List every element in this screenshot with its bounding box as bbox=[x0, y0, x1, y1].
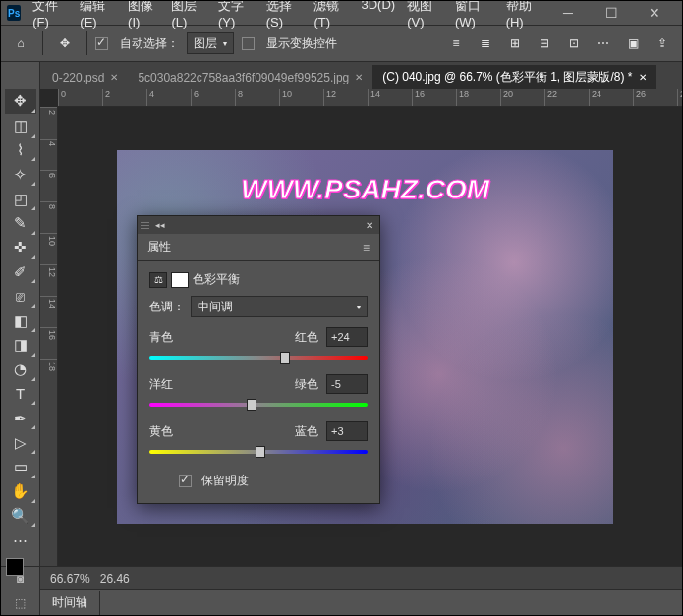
slider-label-left: 黄色 bbox=[149, 423, 189, 440]
zoom-level[interactable]: 66.67% bbox=[50, 572, 90, 586]
preserve-luminosity-checkbox[interactable] bbox=[179, 475, 192, 487]
slider-label-left: 洋红 bbox=[149, 376, 189, 393]
watermark-text: WWW.PSAHZ.COM bbox=[241, 174, 489, 205]
panel-tab-properties[interactable]: 属性 bbox=[147, 239, 171, 255]
app-logo: Ps bbox=[7, 5, 21, 21]
share-icon[interactable]: ⇪ bbox=[649, 29, 676, 57]
tone-select[interactable]: 中间调 ▾ bbox=[191, 296, 368, 317]
adjustment-header: ⚖ 色彩平衡 bbox=[149, 271, 368, 288]
tab-label: 0-220.psd bbox=[52, 71, 104, 84]
properties-panel: ◂◂ ✕ 属性 ≡ ⚖ 色彩平衡 色调： 中间调 ▾ 青色 红色 +24 洋红 bbox=[137, 215, 380, 504]
chevron-down-icon: ▾ bbox=[223, 39, 227, 48]
document-tab-active[interactable]: (C) 040.jpg @ 66.7% (色彩平衡 1, 图层蒙版/8) *✕ bbox=[372, 65, 655, 89]
type-tool[interactable]: T bbox=[5, 382, 36, 407]
edit-toolbar[interactable]: ⋯ bbox=[5, 528, 36, 552]
align-icon-1[interactable]: ≡ bbox=[442, 29, 470, 57]
align-icon-4[interactable]: ⊟ bbox=[531, 29, 558, 57]
zoom-tool[interactable]: 🔍 bbox=[5, 504, 36, 529]
healing-brush-tool[interactable]: ✜ bbox=[5, 236, 36, 260]
slider-value[interactable]: -5 bbox=[326, 374, 368, 394]
panel-collapse-icon[interactable]: ◂◂ bbox=[149, 220, 171, 230]
status-bar: 66.67% 26.46 bbox=[40, 566, 682, 589]
more-icon[interactable]: ⋯ bbox=[590, 29, 617, 57]
screen-mode-icon[interactable]: ⬚ bbox=[1, 591, 39, 616]
minimize-button[interactable]: ─ bbox=[546, 1, 590, 25]
eraser-tool[interactable]: ◧ bbox=[5, 308, 36, 333]
move-tool[interactable]: ✥ bbox=[5, 89, 36, 114]
slider-value[interactable]: +3 bbox=[326, 421, 368, 441]
menu-filter[interactable]: 滤镜(T) bbox=[310, 0, 353, 31]
auto-select-label: 自动选择： bbox=[120, 35, 179, 52]
slider-row-magenta-green: 洋红 绿色 -5 bbox=[149, 374, 368, 394]
menu-file[interactable]: 文件(F) bbox=[28, 0, 72, 31]
slider-yellow-blue[interactable] bbox=[149, 445, 368, 459]
adjustment-type-icon[interactable]: ⚖ bbox=[149, 272, 167, 288]
menu-edit[interactable]: 编辑(E) bbox=[76, 0, 120, 31]
slider-label-right: 绿色 bbox=[279, 376, 318, 393]
menu-3d[interactable]: 3D(D) bbox=[358, 0, 400, 31]
align-icon-2[interactable]: ≣ bbox=[472, 29, 499, 57]
menu-image[interactable]: 图像(I) bbox=[124, 0, 163, 31]
slider-label-right: 红色 bbox=[279, 329, 318, 346]
preserve-luminosity-label: 保留明度 bbox=[201, 473, 249, 489]
slider-label-left: 青色 bbox=[149, 329, 189, 346]
menu-view[interactable]: 视图(V) bbox=[403, 0, 447, 31]
pen-tool[interactable]: ✒ bbox=[5, 406, 36, 430]
align-icon-5[interactable]: ⊡ bbox=[560, 29, 588, 57]
menu-type[interactable]: 文字(Y) bbox=[214, 0, 258, 31]
home-icon[interactable]: ⌂ bbox=[7, 29, 34, 57]
crop-tool[interactable]: ◰ bbox=[5, 187, 36, 211]
hand-tool[interactable]: ✋ bbox=[5, 479, 36, 504]
adjustment-name: 色彩平衡 bbox=[193, 271, 240, 288]
timeline-tab[interactable]: 时间轴 bbox=[40, 591, 100, 615]
tone-label: 色调： bbox=[149, 299, 185, 315]
slider-cyan-red[interactable] bbox=[149, 351, 368, 364]
mask-icon[interactable] bbox=[171, 272, 189, 288]
transform-controls-checkbox[interactable] bbox=[242, 37, 255, 50]
slider-value[interactable]: +24 bbox=[326, 327, 368, 347]
close-button[interactable]: ✕ bbox=[633, 1, 676, 25]
menu-select[interactable]: 选择(S) bbox=[262, 0, 307, 31]
magic-wand-tool[interactable]: ✧ bbox=[5, 162, 36, 187]
slider-row-cyan-red: 青色 红色 +24 bbox=[149, 327, 368, 347]
clone-stamp-tool[interactable]: ⎚ bbox=[5, 284, 36, 308]
panel-close-icon[interactable]: ✕ bbox=[360, 220, 379, 231]
align-icon-3[interactable]: ⊞ bbox=[501, 29, 529, 57]
3d-mode-icon[interactable]: ▣ bbox=[619, 29, 647, 57]
close-tab-icon[interactable]: ✕ bbox=[639, 72, 647, 83]
panel-body: ⚖ 色彩平衡 色调： 中间调 ▾ 青色 红色 +24 洋红 绿色 -5 bbox=[138, 261, 379, 503]
auto-select-checkbox[interactable] bbox=[95, 37, 108, 50]
marquee-tool[interactable]: ◫ bbox=[5, 114, 36, 139]
lasso-tool[interactable]: ⌇ bbox=[5, 139, 36, 163]
close-tab-icon[interactable]: ✕ bbox=[355, 72, 363, 83]
document-tabs: » 0-220.psd✕ 5c030a822c758aa3f6f09049ef9… bbox=[1, 62, 682, 89]
tab-label: 5c030a822c758aa3f6f09049ef99525.jpg bbox=[138, 71, 349, 84]
tool-palette: ✥ ◫ ⌇ ✧ ◰ ✎ ✜ ✐ ⎚ ◧ ◨ ◔ T ✒ ▷ ▭ ✋ 🔍 ⋯ bbox=[1, 62, 40, 586]
gradient-tool[interactable]: ◨ bbox=[5, 333, 36, 358]
tab-label: (C) 040.jpg @ 66.7% (色彩平衡 1, 图层蒙版/8) * bbox=[382, 69, 632, 85]
panel-grip-icon[interactable] bbox=[138, 222, 149, 229]
maximize-button[interactable]: ☐ bbox=[590, 1, 633, 25]
move-tool-icon[interactable]: ✥ bbox=[51, 29, 79, 57]
slider-magenta-green[interactable] bbox=[149, 398, 368, 412]
close-tab-icon[interactable]: ✕ bbox=[110, 72, 118, 83]
shape-tool[interactable]: ▭ bbox=[5, 455, 36, 479]
path-select-tool[interactable]: ▷ bbox=[5, 430, 36, 455]
menu-layer[interactable]: 图层(L) bbox=[167, 0, 209, 31]
eyedropper-tool[interactable]: ✎ bbox=[5, 211, 36, 236]
menu-help[interactable]: 帮助(H) bbox=[502, 0, 546, 31]
panel-header-bar[interactable]: ◂◂ ✕ bbox=[138, 216, 379, 234]
title-bar: Ps 文件(F) 编辑(E) 图像(I) 图层(L) 文字(Y) 选择(S) 滤… bbox=[1, 1, 682, 25]
ruler-vertical: 24681012141618 bbox=[40, 107, 58, 586]
dodge-tool[interactable]: ◔ bbox=[5, 358, 36, 382]
timeline-bar: 时间轴 bbox=[40, 589, 682, 615]
menu-window[interactable]: 窗口(W) bbox=[451, 0, 498, 31]
window-controls: ─ ☐ ✕ bbox=[546, 1, 676, 25]
document-tab[interactable]: 5c030a822c758aa3f6f09049ef99525.jpg✕ bbox=[128, 65, 372, 89]
slider-row-yellow-blue: 黄色 蓝色 +3 bbox=[149, 421, 368, 441]
document-tab[interactable]: 0-220.psd✕ bbox=[42, 65, 128, 89]
target-select[interactable]: 图层 ▾ bbox=[187, 32, 234, 54]
brush-tool[interactable]: ✐ bbox=[5, 260, 36, 285]
panel-menu-icon[interactable]: ≡ bbox=[363, 241, 370, 254]
foreground-swatch[interactable] bbox=[6, 558, 24, 576]
